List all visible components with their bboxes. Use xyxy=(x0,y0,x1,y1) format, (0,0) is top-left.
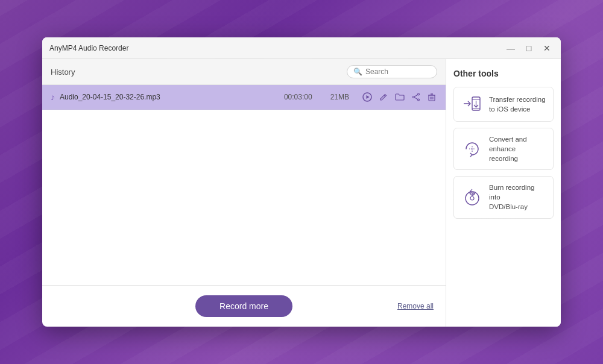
svg-point-5 xyxy=(413,96,415,98)
window-controls: — □ ✕ xyxy=(504,42,554,55)
close-button[interactable]: ✕ xyxy=(540,42,554,55)
open-folder-button[interactable] xyxy=(394,92,406,102)
play-button[interactable] xyxy=(361,91,373,103)
edit-icon xyxy=(379,93,388,101)
convert-icon xyxy=(461,138,483,160)
svg-point-22 xyxy=(470,196,474,200)
record-more-button[interactable]: Record more xyxy=(195,295,292,317)
file-size: 21MB xyxy=(330,93,349,101)
svg-marker-1 xyxy=(367,95,370,99)
main-content: History 🔍 ♪ Audio_20-04-15_20-32-26.mp3 … xyxy=(42,59,561,327)
search-input[interactable] xyxy=(365,67,431,76)
delete-button[interactable] xyxy=(426,92,437,102)
bottom-bar: Record more Remove all xyxy=(42,285,446,327)
other-tools-title: Other tools xyxy=(453,69,554,78)
history-header: History 🔍 xyxy=(42,59,446,85)
convert-enhance-tool[interactable]: Convert andenhance recording xyxy=(453,128,554,170)
file-actions xyxy=(361,91,437,103)
audio-file-icon: ♪ xyxy=(51,92,55,102)
svg-line-6 xyxy=(414,95,417,96)
history-label: History xyxy=(51,67,75,77)
convert-enhance-label: Convert andenhance recording xyxy=(489,134,546,163)
svg-point-4 xyxy=(418,99,420,101)
title-bar: AnyMP4 Audio Recorder — □ ✕ xyxy=(42,37,561,59)
edit-button[interactable] xyxy=(378,92,389,102)
table-row: ♪ Audio_20-04-15_20-32-26.mp3 00:03:00 2… xyxy=(42,85,446,110)
transfer-ios-tool[interactable]: Transfer recordingto iOS device xyxy=(453,87,554,122)
svg-line-7 xyxy=(414,98,417,99)
left-panel: History 🔍 ♪ Audio_20-04-15_20-32-26.mp3 … xyxy=(42,59,446,327)
share-button[interactable] xyxy=(411,92,421,102)
search-box[interactable]: 🔍 xyxy=(347,65,437,78)
file-duration: 00:03:00 xyxy=(284,93,312,101)
file-name: Audio_20-04-15_20-32-26.mp3 xyxy=(60,93,284,101)
search-icon: 🔍 xyxy=(353,67,362,76)
transfer-ios-label: Transfer recordingto iOS device xyxy=(489,95,546,114)
window-title: AnyMP4 Audio Recorder xyxy=(49,44,128,52)
app-window: AnyMP4 Audio Recorder — □ ✕ History 🔍 ♪ xyxy=(42,37,561,327)
play-icon xyxy=(362,92,372,102)
svg-point-21 xyxy=(466,192,479,205)
burn-dvd-label: Burn recording intoDVD/Blu-ray xyxy=(489,183,546,212)
delete-icon xyxy=(428,93,436,101)
svg-point-3 xyxy=(418,93,420,95)
share-icon xyxy=(412,93,420,101)
burn-icon xyxy=(461,186,483,208)
right-panel: Other tools xyxy=(446,59,561,327)
folder-icon xyxy=(395,93,405,101)
remove-all-button[interactable]: Remove all xyxy=(397,302,434,310)
transfer-icon xyxy=(461,93,483,115)
maximize-button[interactable]: □ xyxy=(522,42,535,55)
minimize-button[interactable]: — xyxy=(504,42,517,55)
burn-dvd-tool[interactable]: Burn recording intoDVD/Blu-ray xyxy=(453,176,554,218)
svg-line-2 xyxy=(384,95,385,96)
file-list: ♪ Audio_20-04-15_20-32-26.mp3 00:03:00 2… xyxy=(42,85,446,285)
